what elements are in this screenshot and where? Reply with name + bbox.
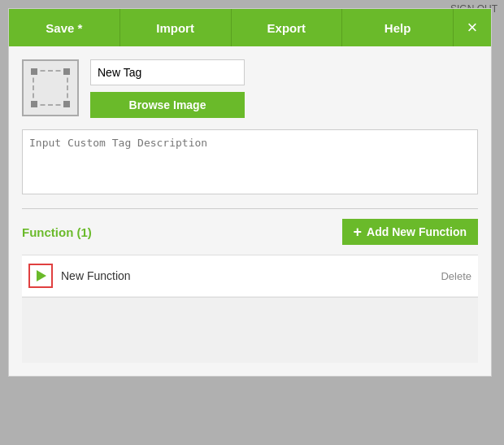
add-function-button[interactable]: + Add New Function [342, 219, 478, 245]
corner-bl [31, 101, 37, 107]
tag-info: Browse Image [90, 59, 245, 118]
help-button[interactable]: Help [342, 9, 454, 46]
bottom-area [22, 298, 478, 363]
play-box[interactable] [28, 264, 53, 288]
play-icon [37, 270, 46, 281]
function-list: New Function Delete [22, 255, 478, 298]
image-placeholder [22, 59, 79, 116]
close-button[interactable]: × [454, 9, 491, 46]
main-panel: Save * Import Export Help × Browse Image [8, 8, 492, 377]
import-button[interactable]: Import [120, 9, 232, 46]
delete-function-button[interactable]: Delete [441, 270, 471, 282]
function-section-label: Function (1) [22, 225, 92, 239]
corner-tl [31, 68, 37, 75]
tag-name-input[interactable] [90, 59, 245, 85]
add-function-label: Add New Function [367, 225, 467, 238]
toolbar: Save * Import Export Help × [9, 9, 491, 46]
content-area: Browse Image Function (1) + Add New Func… [9, 46, 491, 376]
description-area [22, 129, 478, 197]
image-inner-box [33, 70, 68, 106]
function-item: New Function Delete [22, 255, 478, 297]
corner-br [63, 101, 70, 107]
export-button[interactable]: Export [232, 9, 343, 46]
function-name: New Function [61, 269, 432, 282]
description-textarea[interactable] [22, 129, 478, 194]
divider [22, 208, 478, 209]
plus-icon: + [354, 225, 363, 239]
corner-tr [63, 68, 70, 75]
function-header: Function (1) + Add New Function [22, 219, 478, 245]
browse-image-button[interactable]: Browse Image [90, 92, 245, 118]
tag-row: Browse Image [22, 59, 478, 118]
save-button[interactable]: Save * [9, 9, 120, 46]
